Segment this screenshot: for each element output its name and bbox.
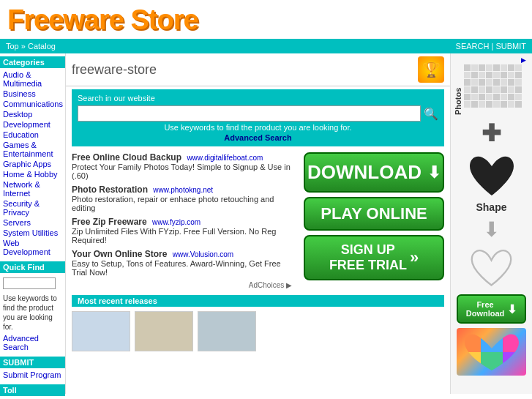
sidebar-advanced-search[interactable]: Advanced Search [0, 333, 65, 352]
ad-url-2[interactable]: www.photokng.net [153, 186, 213, 194]
search-hint: Use keywords to find the product you are… [78, 123, 438, 132]
most-recent-thumbs [66, 308, 450, 354]
top-nav: Top » Catalog SEARCH | SUBMIT [0, 39, 532, 53]
ad-url-1[interactable]: www.digitallifeboat.com [187, 154, 263, 162]
download-label: DOWNLOAD [307, 161, 422, 184]
submit-link[interactable]: SUBMIT [495, 42, 526, 51]
main-content: freeware-store 🏆 Search in our website 🔍… [66, 53, 450, 394]
ad-listings: Free Online Cloud Backup www.digitallife… [72, 152, 298, 289]
ad-url-3[interactable]: www.fyzip.com [152, 218, 201, 226]
svg-rect-5 [503, 352, 525, 374]
site-title: Freeware Store [7, 4, 525, 36]
photo-collage [457, 328, 526, 376]
sidebar-item-network[interactable]: Network & Internet [0, 179, 65, 198]
svg-rect-1 [481, 330, 503, 352]
heart-black-icon [466, 152, 517, 199]
search-button[interactable]: 🔍 [424, 107, 438, 121]
quickfind-hint: Use keywords to find the product you are… [0, 292, 65, 333]
download-arrow-icon: ⬇ [427, 163, 441, 182]
ad-item-1: Free Online Cloud Backup www.digitallife… [72, 152, 298, 180]
ad-content-row: Free Online Cloud Backup www.digitallife… [66, 149, 450, 292]
sidebar-item-development[interactable]: Development [0, 119, 65, 130]
adchoices: AdChoices ▶ [72, 281, 298, 289]
shape-label: Shape [466, 201, 517, 213]
sidebar-submit-program[interactable]: Submit Program [0, 370, 65, 380]
submit-heading: SUBMIT [0, 357, 65, 368]
search-label: Search in our website [78, 94, 438, 102]
search-row: 🔍 [78, 105, 438, 122]
freedownload-arrow-icon: ⬇ [507, 302, 517, 316]
svg-rect-4 [481, 352, 503, 374]
toll-heading: Toll [0, 384, 65, 396]
play-label: PLAY ONLINE [321, 204, 427, 223]
site-logo: 🏆 [418, 56, 444, 83]
ad-indicator: ▶ [464, 56, 526, 64]
ad-desc-2: Photo restoration, repair or enhace phot… [72, 195, 298, 212]
advanced-search-link[interactable]: Advanced Search [78, 133, 438, 142]
photos-section: Photos ▶ [454, 56, 529, 115]
play-online-button[interactable]: PLAY ONLINE [304, 197, 444, 231]
ad-url-4[interactable]: www.Volusion.com [173, 250, 233, 258]
ad-item-4: Your Own Online Store www.Volusion.com E… [72, 249, 298, 277]
categories-heading: Categories [0, 56, 65, 68]
free-download-button[interactable]: FreeDownload ⬇ [457, 294, 526, 324]
ad-desc-1: Protect Your Family Photos Today! Simple… [72, 163, 298, 180]
freedownload-label: FreeDownload [466, 300, 505, 318]
ad-title-3: Free Zip Freeware www.fyzip.com [72, 217, 298, 227]
ad-item-3: Free Zip Freeware www.fyzip.com Zip Unli… [72, 217, 298, 245]
photo-grid [464, 64, 526, 108]
ad-title-4: Your Own Online Store www.Volusion.com [72, 249, 298, 259]
action-buttons: DOWNLOAD ⬇ PLAY ONLINE SIGN UPFREE TRIAL… [298, 152, 444, 289]
sidebar-item-servers[interactable]: Servers [0, 217, 65, 228]
download-button[interactable]: DOWNLOAD ⬇ [304, 152, 444, 193]
main-layout: Categories Audio & Multimedia Business C… [0, 53, 532, 394]
sidebar-item-graphic[interactable]: Graphic Apps [0, 159, 65, 169]
svg-rect-0 [459, 330, 481, 352]
quickfind-input[interactable] [3, 277, 56, 289]
search-link[interactable]: SEARCH [456, 42, 490, 51]
topnav-actions: SEARCH | SUBMIT [456, 42, 526, 51]
sidebar-item-desktop[interactable]: Desktop [0, 109, 65, 119]
thumb-3 [198, 311, 256, 351]
sidebar-item-webdev[interactable]: Web Development [0, 238, 65, 257]
most-recent-bar: Most recent releases [72, 295, 444, 307]
ad-title-2: Photo Restoration www.photokng.net [72, 184, 298, 195]
svg-rect-2 [503, 330, 525, 352]
sidebar-item-audio[interactable]: Audio & Multimedia [0, 70, 65, 89]
signup-label: SIGN UPFREE TRIAL [329, 242, 407, 273]
ad-desc-4: Easy to Setup, Tons of Features. Award-W… [72, 259, 298, 277]
collage-icon [459, 330, 525, 374]
quickfind-heading: Quick Find [0, 261, 65, 273]
search-area: Search in our website 🔍 Use keywords to … [72, 89, 444, 146]
content-header: freeware-store 🏆 [66, 53, 450, 86]
photo-ad-grid: ▶ [464, 56, 526, 108]
sidebar: Categories Audio & Multimedia Business C… [0, 53, 66, 394]
sidebar-item-security[interactable]: Security & Privacy [0, 198, 65, 217]
search-input[interactable] [78, 105, 421, 122]
breadcrumb: Top » Catalog [6, 42, 56, 51]
site-header: Freeware Store [0, 0, 532, 39]
sidebar-item-business[interactable]: Business [0, 89, 65, 99]
sidebar-item-education[interactable]: Education [0, 130, 65, 140]
sidebar-item-games[interactable]: Games & Entertainment [0, 140, 65, 159]
right-column: Photos ▶ ✚ Shape [450, 53, 532, 394]
down-arrow-icon: ⬇ [483, 217, 500, 242]
page-title: freeware-store [72, 62, 157, 78]
ad-title-1: Free Online Cloud Backup www.digitallife… [72, 152, 298, 163]
thumb-2 [135, 311, 193, 351]
sidebar-item-home[interactable]: Home & Hobby [0, 169, 65, 179]
sidebar-item-sysutil[interactable]: System Utilities [0, 228, 65, 238]
sidebar-item-communications[interactable]: Communications [0, 99, 65, 109]
plus-icon: ✚ [482, 119, 501, 147]
ad-desc-3: Zip Unlimited Files With FYzip. Free Ful… [72, 227, 298, 245]
heart-shape-section: Shape [466, 152, 517, 213]
photos-label: Photos [454, 56, 462, 115]
svg-rect-3 [459, 352, 481, 374]
thumb-1 [72, 311, 130, 351]
signup-arrow-icon: » [410, 248, 419, 267]
quickfind-box [0, 275, 65, 292]
signup-button[interactable]: SIGN UPFREE TRIAL » [304, 235, 444, 280]
ad-item-2: Photo Restoration www.photokng.net Photo… [72, 184, 298, 212]
heart-outline-icon [468, 246, 515, 290]
